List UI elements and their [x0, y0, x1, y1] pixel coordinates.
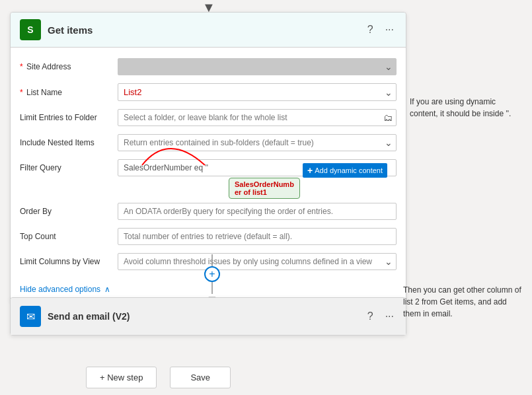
list-name-label: * List Name — [20, 88, 118, 97]
site-address-input[interactable] — [118, 58, 397, 75]
card-title: Get items — [48, 24, 365, 36]
email-card: ✉ Send an email (V2) ? ··· — [10, 297, 406, 336]
email-header-actions: ? ··· — [365, 309, 397, 324]
list-name-row: * List Name ⌄ — [11, 79, 406, 105]
hide-advanced-link[interactable]: Hide advanced options — [20, 285, 100, 294]
form-body: * Site Address ⌄ * List Name ⌄ Li — [11, 48, 406, 281]
nested-items-control: ⌄ — [118, 134, 397, 151]
top-count-control — [118, 228, 397, 245]
nested-items-row: Include Nested Items ⌄ — [11, 130, 406, 155]
site-address-row: * Site Address ⌄ — [11, 54, 406, 79]
new-step-button[interactable]: + New step — [86, 367, 157, 388]
email-card-title: Send an email (V2) — [48, 311, 365, 322]
email-icon: ✉ — [20, 306, 41, 327]
chevron-up-icon: ∧ — [104, 285, 110, 294]
nested-items-input[interactable] — [118, 134, 397, 151]
order-by-control — [118, 203, 397, 220]
right-annotation-2: Then you can get other column of list 2 … — [403, 284, 525, 320]
limit-columns-label: Limit Columns by View — [20, 257, 118, 266]
header-actions: ? ··· — [365, 22, 397, 37]
top-count-label: Top Count — [20, 232, 118, 241]
save-button[interactable]: Save — [170, 367, 231, 388]
nested-items-label: Include Nested Items — [20, 138, 118, 147]
filter-query-row: Filter Query + Add dynamic content Sales… — [11, 155, 406, 180]
limit-folder-control: 🗂 — [118, 109, 397, 126]
limit-folder-row: Limit Entries to Folder 🗂 — [11, 105, 406, 130]
order-by-input[interactable] — [118, 203, 397, 220]
right-annotation-1: If you are using dynamic content, it sho… — [410, 96, 525, 120]
top-count-input[interactable] — [118, 228, 397, 245]
limit-folder-input[interactable] — [118, 109, 397, 126]
connector-line-top — [211, 254, 213, 266]
email-card-header: ✉ Send an email (V2) ? ··· — [11, 298, 406, 335]
card-header: S Get items ? ··· — [11, 13, 406, 48]
limit-folder-label: Limit Entries to Folder — [20, 113, 118, 122]
top-count-row: Top Count — [11, 224, 406, 249]
bottom-buttons: + New step Save — [86, 367, 231, 388]
help-button[interactable]: ? — [365, 22, 376, 37]
plus-icon: + — [307, 165, 313, 176]
add-dynamic-content-button[interactable]: + Add dynamic content — [303, 163, 387, 178]
sales-order-annotation: SalesOrderNumb er of list1 — [229, 178, 300, 199]
connector-line-bottom — [211, 282, 213, 294]
filter-query-label: Filter Query — [20, 159, 118, 172]
site-address-control: ⌄ — [118, 58, 397, 75]
order-by-row: Order By — [11, 199, 406, 224]
list-name-control: ⌄ — [118, 83, 397, 101]
limit-columns-input[interactable] — [118, 253, 397, 270]
more-button[interactable]: ··· — [383, 22, 397, 37]
site-address-label: * Site Address — [20, 62, 118, 71]
email-help-button[interactable]: ? — [365, 309, 376, 324]
order-by-label: Order By — [20, 207, 118, 216]
limit-columns-control: ⌄ — [118, 253, 397, 270]
email-more-button[interactable]: ··· — [383, 309, 397, 324]
add-step-button[interactable]: + — [204, 266, 220, 282]
filter-query-control: + Add dynamic content SalesOrderNumb er … — [118, 159, 397, 176]
list-name-input[interactable] — [118, 83, 397, 101]
sharepoint-icon: S — [20, 19, 41, 40]
